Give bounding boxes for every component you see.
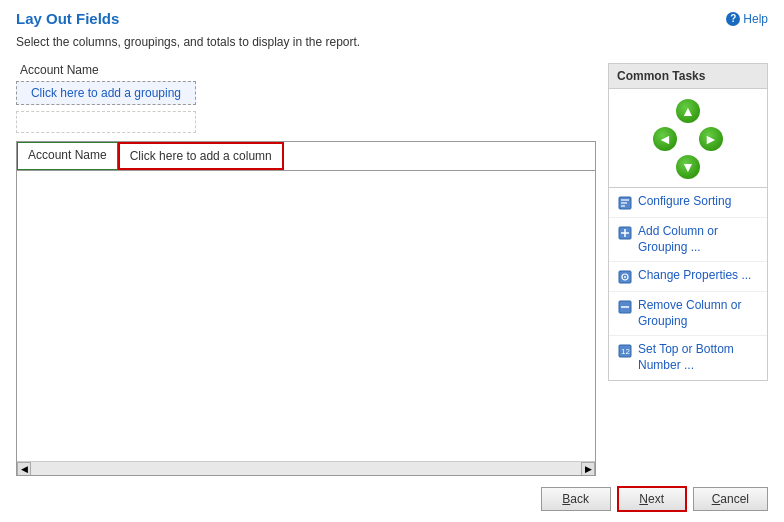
configure-sorting-icon	[617, 195, 633, 211]
page-title: Lay Out Fields	[16, 10, 119, 27]
next-button[interactable]: Next	[617, 486, 687, 512]
horizontal-scrollbar[interactable]: ◀ ▶	[17, 461, 595, 475]
set-top-label: Set Top or Bottom Number ...	[638, 342, 759, 373]
configure-sorting-task[interactable]: Configure Sorting	[609, 188, 767, 218]
account-name-header: Account Name	[17, 142, 118, 170]
add-sub-grouping-button[interactable]	[16, 111, 196, 133]
grouping-label: Account Name	[20, 63, 596, 77]
remove-column-label: Remove Column or Grouping	[638, 298, 759, 329]
scroll-left-arrow[interactable]: ◀	[17, 462, 31, 476]
columns-body	[17, 171, 595, 391]
nav-up-arrow[interactable]: ▲	[676, 99, 700, 123]
help-label: Help	[743, 12, 768, 26]
change-properties-icon	[617, 269, 633, 285]
cancel-underline: C	[712, 492, 721, 506]
add-grouping-button[interactable]: Click here to add a grouping	[16, 81, 196, 105]
cancel-rest: ancel	[720, 492, 749, 506]
next-rest: ext	[648, 492, 664, 506]
nav-left-arrow[interactable]: ◄	[653, 127, 677, 151]
back-rest: ack	[570, 492, 589, 506]
page-subtitle: Select the columns, groupings, and total…	[16, 35, 768, 49]
add-column-grouping-label: Add Column or Grouping ...	[638, 224, 759, 255]
add-column-grouping-icon	[617, 225, 633, 241]
nav-right-arrow[interactable]: ►	[699, 127, 723, 151]
add-column-grouping-task[interactable]: Add Column or Grouping ...	[609, 218, 767, 262]
set-top-task[interactable]: 12 Set Top or Bottom Number ...	[609, 336, 767, 379]
help-icon: ?	[726, 12, 740, 26]
configure-sorting-label: Configure Sorting	[638, 194, 731, 210]
common-tasks-title: Common Tasks	[609, 64, 767, 89]
change-properties-task[interactable]: Change Properties ...	[609, 262, 767, 292]
columns-header: Account Name Click here to add a column	[17, 142, 595, 171]
svg-text:12: 12	[621, 347, 630, 356]
change-properties-label: Change Properties ...	[638, 268, 751, 284]
common-tasks-box: Common Tasks ▲ ◄ ► ▼	[608, 63, 768, 381]
bottom-bar: Back Next Cancel	[16, 476, 768, 512]
scroll-track[interactable]	[31, 463, 581, 475]
add-column-button[interactable]: Click here to add a column	[118, 142, 284, 170]
remove-column-icon	[617, 299, 633, 315]
arrow-navigation: ▲ ◄ ► ▼	[609, 89, 767, 187]
columns-area: Account Name Click here to add a column …	[16, 141, 596, 476]
nav-down-arrow[interactable]: ▼	[676, 155, 700, 179]
svg-point-9	[624, 276, 626, 278]
remove-column-task[interactable]: Remove Column or Grouping	[609, 292, 767, 336]
scroll-right-arrow[interactable]: ▶	[581, 462, 595, 476]
right-panel: Common Tasks ▲ ◄ ► ▼	[608, 63, 768, 476]
set-top-icon: 12	[617, 343, 633, 359]
back-button[interactable]: Back	[541, 487, 611, 511]
help-link[interactable]: ? Help	[726, 12, 768, 26]
cancel-button[interactable]: Cancel	[693, 487, 768, 511]
next-underline: N	[639, 492, 648, 506]
